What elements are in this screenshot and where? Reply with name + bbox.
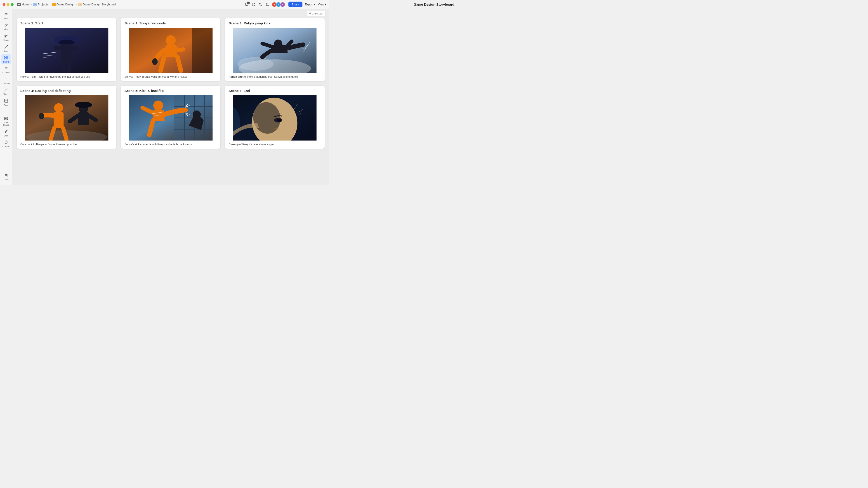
table-icon bbox=[4, 99, 8, 103]
svg-point-58 bbox=[166, 35, 176, 45]
breadcrumb-projects[interactable]: □ Projects bbox=[33, 3, 49, 6]
projects-icon: □ bbox=[33, 3, 37, 6]
todo-label: To-do bbox=[3, 39, 8, 41]
gamedesign-icon: □ bbox=[52, 3, 56, 6]
svg-line-35 bbox=[6, 117, 6, 117]
scene-6-caption: Closeup of Rokyu's face shows anger bbox=[225, 140, 324, 149]
scene-card-6[interactable]: Scene 6: End bbox=[225, 86, 324, 149]
note-icon bbox=[4, 12, 8, 17]
svg-rect-12 bbox=[5, 36, 6, 37]
sidebar-item-board[interactable]: Board bbox=[1, 54, 11, 65]
device-icon[interactable]: 1 bbox=[245, 2, 249, 7]
breadcrumb-sep-1: › bbox=[31, 3, 32, 6]
board-icon bbox=[4, 56, 8, 60]
help-icon[interactable]: ? bbox=[251, 2, 256, 7]
close-button[interactable] bbox=[3, 3, 5, 6]
scene-4-caption: Cuts back to Rokyu to Sonya throwing pun… bbox=[17, 140, 116, 149]
draw-label: Draw bbox=[4, 135, 8, 137]
main-layout: Note Link To-do bbox=[0, 9, 329, 185]
sidebar-item-note[interactable]: Note bbox=[1, 11, 11, 21]
scene-3-caption-text: of Rokyu launching over Sonya as she duc… bbox=[243, 75, 298, 78]
share-button[interactable]: Share bbox=[288, 2, 303, 7]
breadcrumb-storyboard-label: Game Design Storyboard bbox=[83, 3, 116, 6]
trash-label: Trash bbox=[3, 179, 8, 181]
content-header: 0 Unsorted bbox=[12, 9, 329, 18]
scene-6-title: Scene 6: End bbox=[225, 86, 324, 95]
export-button[interactable]: Export ▾ bbox=[305, 3, 315, 6]
topbar-left: M Home › □ Projects › □ Game Design › □ … bbox=[3, 3, 116, 6]
sidebar-item-trash[interactable]: Trash bbox=[1, 172, 11, 182]
scene-5-caption-text: Sonya's kick connects with Rokyu as he f… bbox=[125, 143, 192, 146]
collaborator-avatars: R S K bbox=[272, 2, 284, 7]
svg-point-90 bbox=[277, 119, 282, 122]
svg-rect-17 bbox=[4, 56, 6, 57]
scene-card-5[interactable]: Scene 5: Kick & backflip bbox=[121, 86, 221, 149]
note-label: Note bbox=[4, 18, 8, 20]
scene-6-image bbox=[225, 95, 324, 140]
sidebar-item-todo[interactable]: To-do bbox=[1, 33, 11, 43]
svg-rect-20 bbox=[6, 58, 8, 59]
scene-card-1[interactable]: Scene 1: Start bbox=[17, 18, 116, 81]
sidebar-item-more[interactable]: ··· bbox=[1, 108, 11, 115]
scene-1-title: Scene 1: Start bbox=[17, 18, 116, 28]
breadcrumb-sep-3: › bbox=[76, 3, 76, 6]
scene-4-title: Scene 4: Boxing and deflecting bbox=[17, 86, 116, 95]
search-icon[interactable] bbox=[258, 2, 263, 7]
sidebar-item-table[interactable]: Table bbox=[1, 97, 11, 108]
scene-5-image bbox=[121, 95, 221, 140]
scene-3-title: Scene 3: Rokyo jump kick bbox=[225, 18, 324, 28]
trash-icon bbox=[4, 173, 8, 178]
breadcrumb-storyboard[interactable]: □ Game Design Storyboard bbox=[78, 3, 116, 6]
sidebar-item-draw[interactable]: Draw bbox=[1, 128, 11, 138]
sidebar-item-addimage[interactable]: Add Image bbox=[1, 115, 11, 128]
scene-3-caption-bold: Action shot bbox=[228, 75, 243, 78]
scene-4-caption-text: Cuts back to Rokyu to Sonya throwing pun… bbox=[20, 143, 77, 146]
view-label: View bbox=[318, 3, 324, 6]
todo-icon bbox=[4, 34, 8, 39]
svg-line-34 bbox=[6, 117, 7, 117]
content-area: 0 Unsorted Scene 1: Start bbox=[12, 9, 329, 185]
addimage-icon bbox=[4, 116, 8, 121]
svg-rect-19 bbox=[4, 58, 6, 59]
device-badge: 1 bbox=[247, 2, 250, 4]
storyboard-icon: □ bbox=[78, 3, 82, 6]
home-icon: M bbox=[17, 3, 21, 6]
svg-line-6 bbox=[261, 5, 261, 6]
svg-text:?: ? bbox=[253, 3, 254, 6]
link-icon bbox=[4, 23, 8, 28]
sketch-label: Sketch bbox=[3, 93, 9, 96]
view-button[interactable]: View ▾ bbox=[318, 3, 327, 6]
breadcrumb: M Home › □ Projects › □ Game Design › □ … bbox=[17, 3, 116, 6]
svg-rect-52 bbox=[61, 61, 66, 72]
unsorted-badge[interactable]: 0 Unsorted bbox=[306, 11, 326, 16]
svg-rect-51 bbox=[71, 46, 79, 50]
svg-point-81 bbox=[182, 108, 188, 112]
scene-card-3[interactable]: Scene 3: Rokyo jump kick bbox=[225, 18, 324, 81]
breadcrumb-home[interactable]: M Home bbox=[17, 3, 30, 6]
notification-icon[interactable] bbox=[265, 2, 270, 7]
svg-point-41 bbox=[6, 140, 6, 141]
svg-point-15 bbox=[4, 48, 5, 48]
breadcrumb-gamedesign[interactable]: □ Game Design bbox=[52, 3, 74, 6]
sidebar-item-comment[interactable]: Comment bbox=[1, 76, 11, 86]
sidebar-item-aiideas[interactable]: AI Ideas bbox=[1, 139, 11, 149]
sidebar-item-sketch[interactable]: Sketch bbox=[1, 87, 11, 97]
scene-4-image bbox=[17, 95, 116, 140]
minimize-button[interactable] bbox=[7, 3, 9, 6]
scene-5-title: Scene 5: Kick & backflip bbox=[121, 86, 221, 95]
export-chevron-icon: ▾ bbox=[314, 3, 315, 6]
svg-rect-10 bbox=[5, 35, 6, 36]
scene-card-2[interactable]: Scene 2: Sonya responds bbox=[121, 18, 221, 81]
scene-2-caption: Sonya: "Petty threats won't get you anyw… bbox=[121, 73, 221, 81]
column-label: Column bbox=[2, 72, 9, 74]
line-label: Line bbox=[4, 50, 8, 53]
scene-card-4[interactable]: Scene 4: Boxing and deflecting bbox=[17, 86, 116, 149]
svg-point-67 bbox=[54, 103, 63, 112]
sketch-icon bbox=[4, 88, 8, 93]
maximize-button[interactable] bbox=[11, 3, 13, 6]
sidebar-item-column[interactable]: Column bbox=[1, 65, 11, 75]
scene-5-caption: Sonya's kick connects with Rokyu as he f… bbox=[121, 140, 221, 149]
sidebar-item-link[interactable]: Link bbox=[1, 22, 11, 32]
breadcrumb-gamedesign-label: Game Design bbox=[57, 3, 74, 6]
sidebar-item-line[interactable]: Line bbox=[1, 43, 11, 54]
